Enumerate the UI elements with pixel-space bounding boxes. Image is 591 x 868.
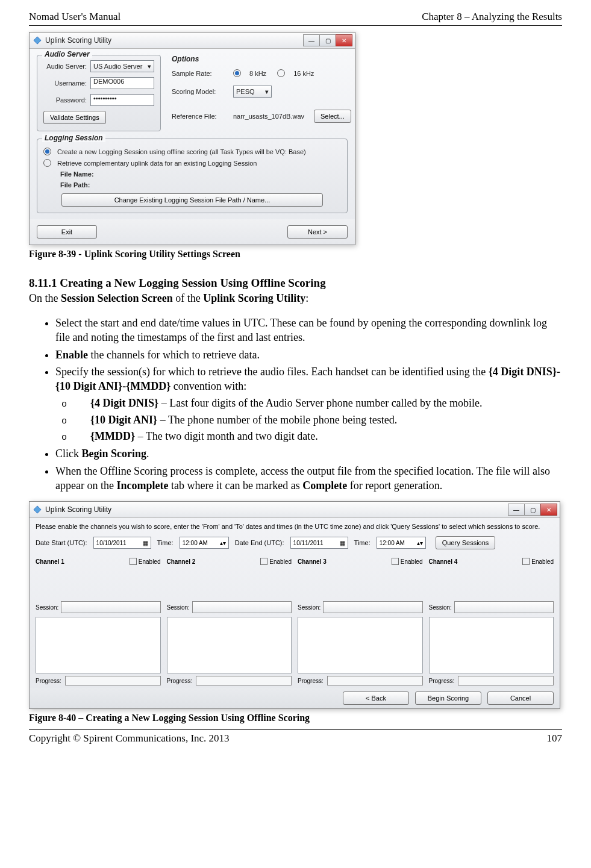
minimize-button[interactable]: — bbox=[508, 504, 525, 516]
progress-bar bbox=[458, 676, 554, 685]
channel-2: Channel 2Enabled Session: Progress: bbox=[167, 558, 292, 685]
radio-retrieve-data[interactable] bbox=[43, 159, 51, 167]
sub-list: {4 Digit DNIS} – Last four digits of the… bbox=[55, 396, 562, 444]
session-select[interactable] bbox=[454, 601, 554, 613]
progress-label: Progress: bbox=[167, 678, 193, 684]
back-button[interactable]: < Back bbox=[343, 692, 409, 705]
close-button[interactable]: ✕ bbox=[336, 34, 352, 46]
options-group: Options Sample Rate: 8 kHz 16 kHz Scorin… bbox=[172, 55, 351, 131]
channel-4-label: Channel 4 bbox=[429, 558, 458, 565]
footer-right: 107 bbox=[547, 732, 563, 745]
window-titlebar: Uplink Scoring Utility — ▢ ✕ bbox=[30, 502, 560, 518]
session-label: Session: bbox=[167, 604, 190, 611]
channel-3-label: Channel 3 bbox=[298, 558, 327, 565]
username-label: Username: bbox=[43, 80, 87, 87]
sample-rate-label: Sample Rate: bbox=[172, 70, 227, 77]
cancel-button[interactable]: Cancel bbox=[487, 692, 554, 705]
channel-4: Channel 4Enabled Session: Progress: bbox=[429, 558, 554, 685]
radio-8khz[interactable] bbox=[233, 69, 241, 77]
channel-4-enabled-checkbox[interactable] bbox=[522, 558, 530, 565]
logging-session-legend: Logging Session bbox=[42, 134, 105, 142]
bullet-list: Select the start and end date/time value… bbox=[29, 316, 562, 493]
screenshot-session-selection: Uplink Scoring Utility — ▢ ✕ Please enab… bbox=[29, 501, 560, 709]
header-right: Chapter 8 – Analyzing the Results bbox=[422, 11, 562, 23]
channel-2-label: Channel 2 bbox=[167, 558, 196, 565]
footer-rule bbox=[29, 729, 562, 730]
date-start-input[interactable]: 10/10/2011▦ bbox=[93, 537, 151, 549]
minimize-button[interactable]: — bbox=[303, 34, 320, 46]
time-end-label: Time: bbox=[354, 539, 371, 546]
figure-1-caption: Figure 8-39 - Uplink Scoring Utility Set… bbox=[29, 249, 562, 260]
list-item: {10 Digit ANI} – The phone number of the… bbox=[76, 413, 562, 428]
time-end-input[interactable]: 12:00 AM▴▾ bbox=[377, 537, 426, 549]
file-name-label: File Name: bbox=[60, 170, 101, 178]
audio-server-value: US Audio Server bbox=[93, 63, 142, 70]
session-listbox[interactable] bbox=[429, 617, 554, 673]
session-listbox[interactable] bbox=[36, 617, 161, 673]
maximize-button[interactable]: ▢ bbox=[524, 504, 541, 516]
radio-16khz[interactable] bbox=[277, 69, 285, 77]
radio-retrieve-data-label: Retrieve complementary uplink data for a… bbox=[57, 160, 257, 167]
channel-1-label: Channel 1 bbox=[36, 558, 64, 565]
list-item: When the Offline Scoring process is comp… bbox=[55, 464, 562, 493]
channel-1-enabled-checkbox[interactable] bbox=[130, 558, 137, 565]
session-select[interactable] bbox=[323, 601, 422, 613]
window-titlebar: Uplink Scoring Utility — ▢ ✕ bbox=[30, 33, 355, 49]
figure-2-caption: Figure 8-40 – Creating a New Logging Ses… bbox=[29, 713, 562, 723]
close-button[interactable]: ✕ bbox=[540, 504, 557, 516]
progress-label: Progress: bbox=[36, 678, 61, 684]
calendar-icon: ▦ bbox=[143, 540, 148, 546]
spinner-icon: ▴▾ bbox=[417, 540, 423, 546]
list-item: {4 Digit DNIS} – Last four digits of the… bbox=[76, 396, 562, 411]
audio-server-select[interactable]: US Audio Server▾ bbox=[90, 60, 154, 72]
header-rule bbox=[29, 25, 562, 26]
screenshot-uplink-settings: Uplink Scoring Utility — ▢ ✕ Audio Serve… bbox=[29, 32, 355, 245]
enabled-label: Enabled bbox=[139, 558, 161, 565]
radio-create-session[interactable] bbox=[43, 148, 51, 155]
list-item: {MMDD} – The two digit month and two dig… bbox=[76, 429, 562, 444]
scoring-model-select[interactable]: PESQ▾ bbox=[233, 86, 272, 98]
svg-marker-1 bbox=[34, 506, 41, 513]
date-end-input[interactable]: 10/11/2011▦ bbox=[290, 537, 348, 549]
window-title: Uplink Scoring Utility bbox=[45, 505, 508, 514]
password-input[interactable]: •••••••••• bbox=[90, 94, 154, 106]
change-path-button[interactable]: Change Existing Logging Session File Pat… bbox=[61, 193, 324, 207]
calendar-icon: ▦ bbox=[340, 540, 345, 546]
maximize-button[interactable]: ▢ bbox=[319, 34, 336, 46]
list-item: Click Begin Scoring. bbox=[55, 446, 562, 461]
reference-file-value: narr_usasts_107dB.wav bbox=[233, 113, 304, 120]
time-start-input[interactable]: 12:00 AM▴▾ bbox=[180, 537, 229, 549]
progress-bar bbox=[327, 676, 423, 685]
select-file-button[interactable]: Select... bbox=[314, 110, 351, 123]
username-input[interactable]: DEMO006 bbox=[90, 77, 154, 89]
window-title: Uplink Scoring Utility bbox=[45, 36, 304, 45]
validate-settings-button[interactable]: Validate Settings bbox=[43, 111, 106, 124]
svg-marker-0 bbox=[34, 37, 41, 44]
spinner-icon: ▴▾ bbox=[220, 540, 226, 546]
channel-3-enabled-checkbox[interactable] bbox=[392, 558, 399, 565]
audio-server-label: Audio Server: bbox=[43, 63, 87, 70]
next-button[interactable]: Next > bbox=[287, 225, 348, 239]
date-start-label: Date Start (UTC): bbox=[36, 539, 87, 546]
channel-3: Channel 3Enabled Session: Progress: bbox=[298, 558, 423, 685]
instruction-text: Please enable the channels you wish to s… bbox=[36, 523, 554, 530]
session-listbox[interactable] bbox=[298, 617, 423, 673]
exit-button[interactable]: Exit bbox=[37, 225, 97, 239]
channel-1: Channel 1Enabled Session: Progress: bbox=[36, 558, 161, 685]
header-left: Nomad User's Manual bbox=[29, 11, 120, 23]
password-label: Password: bbox=[43, 96, 87, 104]
chevron-down-icon: ▾ bbox=[265, 88, 269, 96]
session-select[interactable] bbox=[192, 601, 292, 613]
session-listbox[interactable] bbox=[167, 617, 292, 673]
section-heading: 8.11.1 Creating a New Logging Session Us… bbox=[29, 276, 562, 290]
channel-2-enabled-checkbox[interactable] bbox=[260, 558, 267, 565]
chevron-down-icon: ▾ bbox=[148, 63, 151, 70]
footer-left: Copyright © Spirent Communications, Inc.… bbox=[29, 732, 230, 745]
section-intro: On the Session Selection Screen of the U… bbox=[29, 292, 562, 305]
list-item: Enable the channels for which to retriev… bbox=[55, 348, 562, 362]
enabled-label: Enabled bbox=[269, 558, 292, 565]
query-sessions-button[interactable]: Query Sessions bbox=[436, 536, 496, 549]
begin-scoring-button[interactable]: Begin Scoring bbox=[415, 692, 481, 705]
radio-8khz-label: 8 kHz bbox=[249, 70, 266, 77]
session-select[interactable] bbox=[61, 601, 160, 613]
